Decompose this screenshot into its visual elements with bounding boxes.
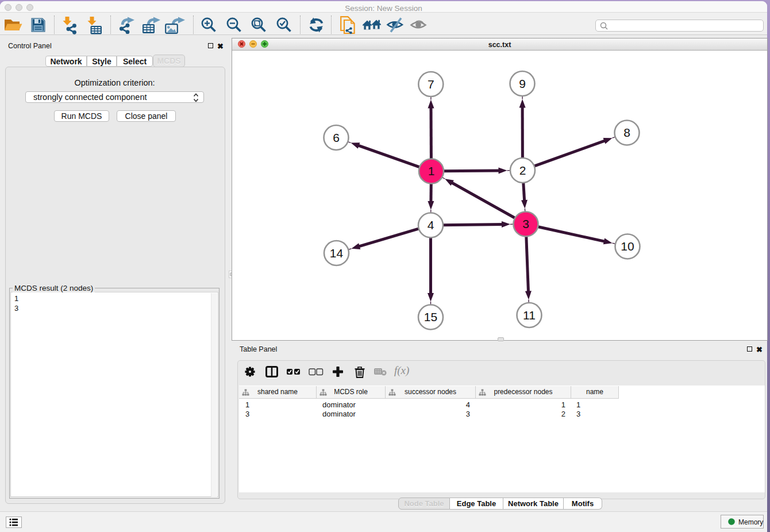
svg-text:10: 10 [621, 240, 634, 253]
svg-text:1: 1 [428, 164, 435, 178]
svg-text:15: 15 [424, 310, 437, 323]
svg-text:6: 6 [333, 131, 340, 144]
svg-text:11: 11 [523, 309, 536, 322]
svg-text:4: 4 [428, 218, 434, 232]
svg-text:8: 8 [623, 126, 630, 139]
svg-text:2: 2 [519, 164, 526, 177]
svg-text:3: 3 [522, 217, 529, 230]
svg-text:7: 7 [428, 78, 434, 91]
svg-text:9: 9 [519, 77, 526, 90]
svg-text:14: 14 [330, 246, 344, 260]
